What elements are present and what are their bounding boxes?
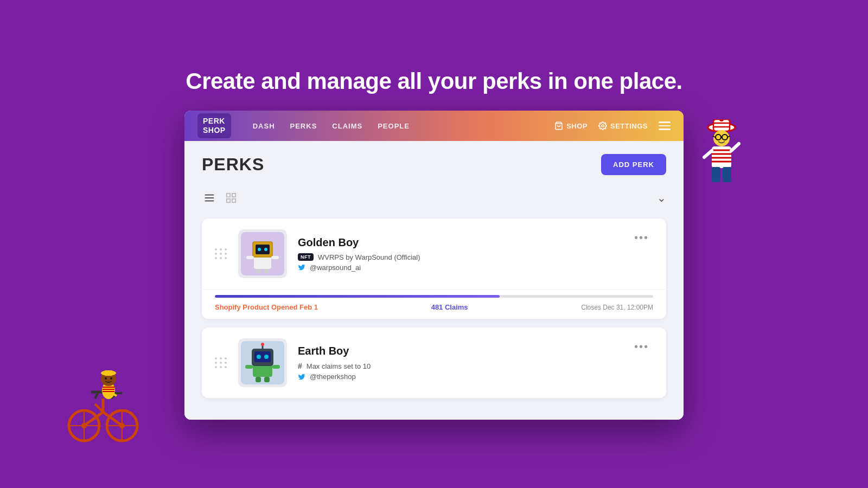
shop-icon [554, 121, 563, 130]
perk-card-body: Golden Boy NFT WVRPS by WarpSound (Offic… [202, 219, 666, 289]
svg-point-1 [602, 125, 604, 127]
perk-info-earth-boy: Earth Boy # Max claims set to 10 @theper… [298, 345, 619, 381]
nft-source-row: NFT WVRPS by WarpSound (Official) [298, 253, 619, 261]
chevron-down-icon[interactable]: ⌄ [657, 191, 666, 204]
twitter-icon [298, 264, 305, 271]
perk-card-footer: Shopify Product Opened Feb 1 481 Claims … [202, 289, 666, 319]
hash-text: Max claims set to 10 [307, 362, 371, 370]
nft-source-text: WVRPS by WarpSound (Official) [318, 253, 420, 261]
golden-boy-art [241, 232, 284, 275]
add-perk-button[interactable]: ADD PERK [601, 154, 666, 175]
perk-name: Golden Boy [298, 236, 619, 249]
perk-name-2: Earth Boy [298, 345, 619, 357]
earth-boy-art [241, 341, 284, 384]
perk-stats: Shopify Product Opened Feb 1 481 Claims … [215, 303, 653, 311]
view-controls: ⌄ [202, 186, 666, 210]
svg-line-76 [731, 144, 739, 151]
svg-point-25 [264, 355, 269, 359]
svg-rect-6 [232, 194, 235, 197]
view-icons [202, 190, 239, 206]
twitter-row: @warpsound_ai [298, 264, 619, 272]
hash-row: # Max claims set to 10 [298, 362, 619, 370]
svg-point-31 [261, 343, 264, 346]
perk-meta: NFT WVRPS by WarpSound (Official) @warps… [298, 253, 619, 272]
navbar: PERK SHOP DASH PERKS CLAIMS PEOPLE SHOP … [184, 111, 684, 141]
main-content: PERKS ADD PERK ⌄ [184, 141, 684, 420]
earth-boy-image [238, 338, 287, 387]
progress-bar-fill [215, 295, 500, 298]
twitter-handle-2: @theperkshop [310, 373, 356, 381]
svg-rect-77 [712, 167, 720, 182]
svg-point-52 [105, 377, 107, 380]
perk-card-earth-boy: Earth Boy # Max claims set to 10 @theper… [202, 328, 666, 398]
more-options-button-2[interactable]: ••• [630, 338, 653, 355]
hash-icon: # [298, 362, 302, 370]
shop-nav-item[interactable]: SHOP [554, 121, 588, 130]
svg-rect-18 [246, 256, 254, 259]
stat-closes: Closes Dec 31, 12:00PM [581, 304, 653, 311]
nav-links: DASH PERKS CLAIMS PEOPLE [253, 122, 537, 130]
page-headline: Create and manage all your perks in one … [186, 68, 682, 94]
svg-rect-7 [227, 199, 230, 202]
page-title: PERKS [202, 155, 264, 175]
hamburger-menu-icon[interactable] [659, 121, 671, 130]
svg-rect-5 [227, 194, 230, 197]
twitter-row-2: @theperkshop [298, 373, 619, 381]
nav-right: SHOP SETTINGS [554, 121, 671, 130]
nav-people[interactable]: PEOPLE [378, 122, 410, 130]
svg-rect-8 [232, 199, 235, 202]
twitter-icon-2 [298, 373, 305, 381]
perk-meta-2: # Max claims set to 10 @theperkshop [298, 362, 619, 381]
nft-badge: NFT [298, 253, 314, 261]
drag-handle-icon[interactable] [215, 248, 227, 259]
svg-line-75 [704, 151, 712, 157]
svg-point-24 [257, 355, 261, 359]
logo[interactable]: PERK SHOP [197, 113, 231, 138]
drag-handle-icon-2[interactable] [215, 357, 227, 368]
perk-card-body-2: Earth Boy # Max claims set to 10 @theper… [202, 328, 666, 398]
nav-dash[interactable]: DASH [253, 122, 275, 130]
svg-rect-28 [245, 365, 253, 369]
svg-rect-78 [723, 167, 731, 182]
progress-bar-container [215, 295, 653, 298]
svg-rect-51 [104, 370, 113, 376]
app-window: PERK SHOP DASH PERKS CLAIMS PEOPLE SHOP … [184, 111, 684, 420]
svg-rect-19 [271, 256, 279, 259]
nav-claims[interactable]: CLAIMS [332, 122, 362, 130]
stat-claims: 481 Claims [431, 303, 468, 311]
grid-view-icon[interactable] [224, 190, 239, 206]
settings-gear-icon [598, 121, 607, 130]
svg-point-53 [110, 377, 112, 380]
svg-rect-17 [264, 269, 269, 273]
svg-rect-27 [264, 377, 270, 382]
waldo-decoration [700, 119, 743, 184]
stat-date: Feb 1 [299, 303, 318, 311]
stat-label: Shopify Product Opened Feb 1 [215, 303, 318, 311]
svg-rect-16 [257, 269, 261, 273]
stat-type: Shopify Product Opened [215, 303, 297, 311]
golden-boy-image [238, 229, 287, 278]
svg-point-14 [258, 248, 261, 251]
svg-rect-26 [256, 377, 261, 382]
more-options-button[interactable]: ••• [630, 229, 653, 246]
twitter-handle: @warpsound_ai [310, 264, 361, 272]
svg-rect-13 [256, 245, 270, 254]
cyclist-decoration [65, 369, 141, 445]
nav-perks[interactable]: PERKS [290, 122, 317, 130]
settings-nav-item[interactable]: SETTINGS [598, 121, 648, 130]
svg-line-46 [95, 393, 98, 399]
svg-rect-29 [272, 365, 280, 369]
list-view-icon[interactable] [202, 190, 217, 206]
content-header: PERKS ADD PERK [202, 154, 666, 175]
svg-point-15 [264, 248, 267, 251]
perk-card-golden-boy: Golden Boy NFT WVRPS by WarpSound (Offic… [202, 219, 666, 319]
perk-info-golden-boy: Golden Boy NFT WVRPS by WarpSound (Offic… [298, 236, 619, 272]
